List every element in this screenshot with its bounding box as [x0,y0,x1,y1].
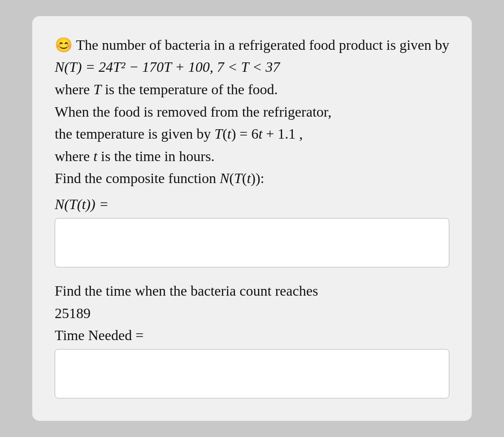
where-t-text: where t is the time in hours. [55,148,214,164]
find-composite-text: Find the composite function N(T(t)): [55,170,265,186]
where-T-text: where T is the temperature of the food. [55,81,278,97]
temperature-given-text: the temperature is given by T(t) = 6t + … [55,126,303,142]
problem-description: 😊 The number of bacteria in a refrigerat… [55,34,449,190]
bacteria-count-description: Find the time when the bacteria count re… [55,280,449,324]
composite-function-label: N(T(t)) = [55,196,449,213]
emoji-icon: 😊 [55,37,73,53]
find-time-text: Find the time when the bacteria count re… [55,283,318,299]
composite-function-input-box[interactable] [55,218,449,267]
time-needed-input[interactable] [55,350,449,398]
when-food-text: When the food is removed from the refrig… [55,104,331,120]
time-needed-input-box[interactable] [55,349,449,398]
intro-text: The number of bacteria in a refrigerated… [76,37,449,53]
composite-function-input[interactable] [55,218,449,267]
composite-label-text: N(T(t)) = [55,196,109,212]
bacteria-count-value: 25189 [55,305,91,321]
problem-card: 😊 The number of bacteria in a refrigerat… [32,16,472,421]
time-needed-text: Time Needed = [55,327,143,343]
time-needed-label: Time Needed = [55,327,449,344]
equation-text: N(T) = 24T² − 170T + 100, 7 < T < 37 [55,59,280,75]
